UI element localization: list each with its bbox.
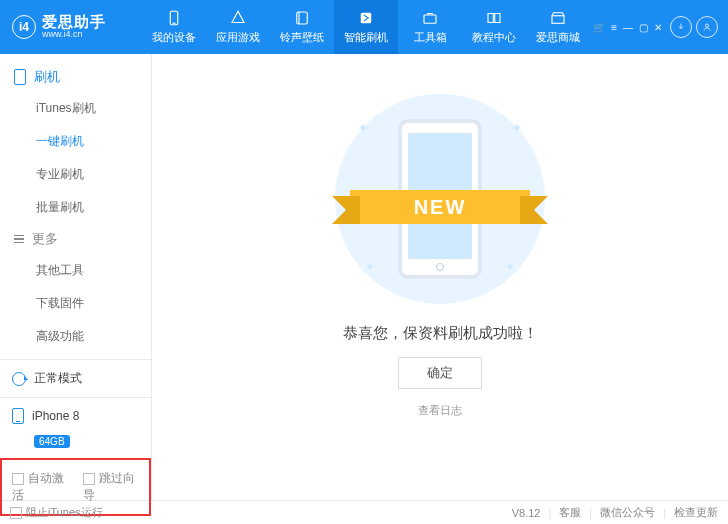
ok-button[interactable]: 确定 [398,357,482,389]
sidebar: 刷机 iTunes刷机 一键刷机 专业刷机 批量刷机 更多 其他工具 下载固件 … [0,54,152,500]
svg-rect-4 [361,13,372,24]
store-icon [549,9,567,27]
version-label: V8.12 [512,507,541,519]
download-icon[interactable] [670,16,692,38]
refresh-icon [12,372,26,386]
main-content: ✦✦ NEW 恭喜您，保资料刷机成功啦！ 确定 查看日志 [152,54,728,500]
nav-label: 铃声壁纸 [280,30,324,45]
nav-label: 爱思商城 [536,30,580,45]
nav-label: 智能刷机 [344,30,388,45]
device-icon [12,408,24,424]
sidebar-item-batch-flash[interactable]: 批量刷机 [0,191,151,224]
new-ribbon: NEW [350,186,530,228]
sidebar-item-download-fw[interactable]: 下载固件 [0,287,151,320]
flash-icon [357,9,375,27]
nav-toolbox[interactable]: 工具箱 [398,0,462,54]
nav-flash[interactable]: 智能刷机 [334,0,398,54]
device-row[interactable]: iPhone 8 [0,397,151,434]
wechat-link[interactable]: 微信公众号 [600,505,655,520]
auto-activate-checkbox[interactable]: 自动激活 [12,470,69,504]
svg-point-7 [706,24,709,27]
sidebar-group-title: 更多 [32,230,58,248]
app-header: i4 爱思助手 www.i4.cn 我的设备 应用游戏 铃声壁纸 智能刷机 工具… [0,0,728,54]
nav-ringtones[interactable]: 铃声壁纸 [270,0,334,54]
svg-rect-6 [552,16,564,24]
list-icon [14,235,24,244]
block-itunes-checkbox[interactable]: 阻止iTunes运行 [10,505,103,520]
sidebar-item-itunes-flash[interactable]: iTunes刷机 [0,92,151,125]
sidebar-group-flash[interactable]: 刷机 [0,68,151,92]
success-illustration: ✦✦ NEW [335,94,545,304]
nav-label: 我的设备 [152,30,196,45]
view-log-link[interactable]: 查看日志 [418,403,462,418]
app-url: www.i4.cn [42,30,106,40]
nav-my-device[interactable]: 我的设备 [142,0,206,54]
top-nav: 我的设备 应用游戏 铃声壁纸 智能刷机 工具箱 教程中心 爱思商城 [142,0,590,54]
sidebar-item-onekey-flash[interactable]: 一键刷机 [0,125,151,158]
nav-label: 应用游戏 [216,30,260,45]
phone-icon [165,9,183,27]
sidebar-group-more[interactable]: 更多 [0,230,151,254]
sidebar-group-title: 刷机 [34,68,60,86]
device-mode-label: 正常模式 [34,370,82,387]
nav-tutorials[interactable]: 教程中心 [462,0,526,54]
window-controls: 🛒 ≡ — ▢ ✕ [593,16,720,38]
check-update-link[interactable]: 检查更新 [674,505,718,520]
ribbon-text: NEW [350,190,530,224]
note-icon [293,9,311,27]
app-logo: i4 爱思助手 www.i4.cn [12,14,142,40]
book-icon [485,9,503,27]
nav-label: 工具箱 [414,30,447,45]
cart-icon[interactable]: 🛒 [593,22,605,33]
apps-icon [229,9,247,27]
phone-outline-icon [14,69,26,85]
sidebar-item-advanced[interactable]: 高级功能 [0,320,151,353]
sidebar-item-other-tools[interactable]: 其他工具 [0,254,151,287]
success-message: 恭喜您，保资料刷机成功啦！ [343,324,538,343]
menu-icon[interactable]: ≡ [611,22,617,33]
app-title: 爱思助手 [42,14,106,31]
nav-label: 教程中心 [472,30,516,45]
minimize-icon[interactable]: — [623,22,633,33]
storage-badge: 64GB [34,435,70,448]
device-name: iPhone 8 [32,409,79,423]
skip-guide-checkbox[interactable]: 跳过向导 [83,470,140,504]
maximize-icon[interactable]: ▢ [639,22,648,33]
nav-apps[interactable]: 应用游戏 [206,0,270,54]
user-icon[interactable] [696,16,718,38]
support-link[interactable]: 客服 [559,505,581,520]
svg-rect-2 [297,12,308,24]
close-icon[interactable]: ✕ [654,22,662,33]
nav-store[interactable]: 爱思商城 [526,0,590,54]
sidebar-item-pro-flash[interactable]: 专业刷机 [0,158,151,191]
logo-icon: i4 [12,15,36,39]
device-mode-row[interactable]: 正常模式 [0,360,151,397]
toolbox-icon [421,9,439,27]
svg-rect-5 [424,15,436,23]
